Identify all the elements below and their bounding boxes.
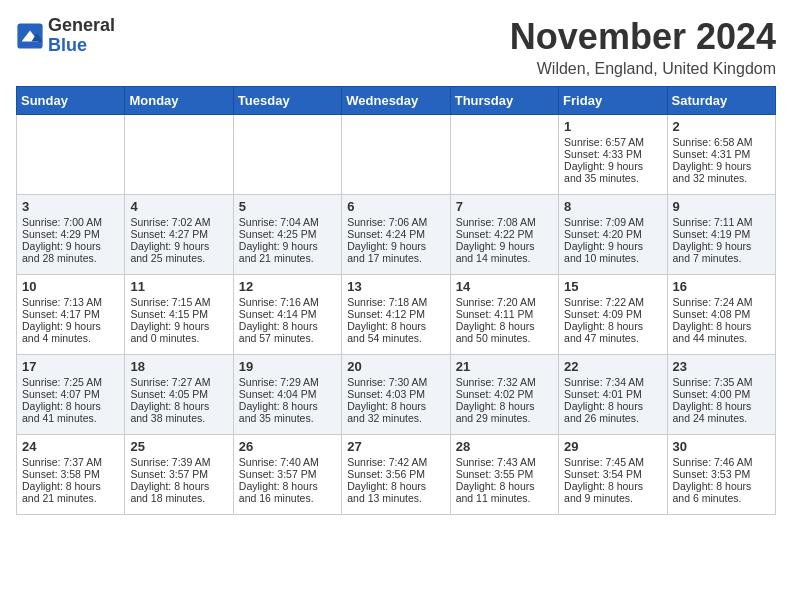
logo-general: General [48,15,115,35]
day-number: 9 [673,199,770,214]
day-info: and 9 minutes. [564,492,661,504]
day-number: 3 [22,199,119,214]
day-info: Sunrise: 7:16 AM [239,296,336,308]
day-info: Sunrise: 7:08 AM [456,216,553,228]
day-number: 14 [456,279,553,294]
day-info: Sunset: 4:05 PM [130,388,227,400]
day-number: 2 [673,119,770,134]
day-info: Sunset: 4:31 PM [673,148,770,160]
day-info: Sunset: 3:54 PM [564,468,661,480]
logo-icon [16,22,44,50]
day-number: 26 [239,439,336,454]
header: General Blue November 2024 Wilden, Engla… [16,16,776,78]
day-info: Daylight: 8 hours [347,320,444,332]
calendar-cell: 5Sunrise: 7:04 AMSunset: 4:25 PMDaylight… [233,195,341,275]
header-day-friday: Friday [559,87,667,115]
day-info: and 32 minutes. [347,412,444,424]
header-day-monday: Monday [125,87,233,115]
day-info: Daylight: 8 hours [564,320,661,332]
day-number: 23 [673,359,770,374]
day-info: Sunset: 4:22 PM [456,228,553,240]
day-info: Sunrise: 7:45 AM [564,456,661,468]
day-info: Sunrise: 7:25 AM [22,376,119,388]
day-info: and 32 minutes. [673,172,770,184]
day-info: Sunset: 4:33 PM [564,148,661,160]
day-info: Daylight: 8 hours [22,480,119,492]
header-day-sunday: Sunday [17,87,125,115]
calendar-cell: 25Sunrise: 7:39 AMSunset: 3:57 PMDayligh… [125,435,233,515]
day-info: Sunset: 4:29 PM [22,228,119,240]
day-info: Daylight: 8 hours [347,480,444,492]
day-info: Daylight: 9 hours [564,160,661,172]
day-info: Sunrise: 7:43 AM [456,456,553,468]
day-info: Daylight: 8 hours [673,480,770,492]
calendar-cell [17,115,125,195]
calendar-cell: 29Sunrise: 7:45 AMSunset: 3:54 PMDayligh… [559,435,667,515]
day-info: Sunrise: 7:40 AM [239,456,336,468]
calendar-cell: 30Sunrise: 7:46 AMSunset: 3:53 PMDayligh… [667,435,775,515]
day-number: 8 [564,199,661,214]
day-info: Daylight: 8 hours [456,400,553,412]
logo: General Blue [16,16,115,56]
day-info: and 41 minutes. [22,412,119,424]
day-number: 20 [347,359,444,374]
day-info: Sunrise: 7:22 AM [564,296,661,308]
day-info: Daylight: 8 hours [22,400,119,412]
day-info: Daylight: 9 hours [239,240,336,252]
day-info: Sunrise: 7:39 AM [130,456,227,468]
day-info: Sunset: 4:02 PM [456,388,553,400]
day-info: and 17 minutes. [347,252,444,264]
day-number: 15 [564,279,661,294]
day-info: Daylight: 9 hours [673,160,770,172]
calendar-cell [125,115,233,195]
day-info: and 47 minutes. [564,332,661,344]
calendar-cell: 17Sunrise: 7:25 AMSunset: 4:07 PMDayligh… [17,355,125,435]
day-number: 22 [564,359,661,374]
day-info: Sunset: 4:14 PM [239,308,336,320]
calendar-cell: 12Sunrise: 7:16 AMSunset: 4:14 PMDayligh… [233,275,341,355]
day-info: and 13 minutes. [347,492,444,504]
location: Wilden, England, United Kingdom [510,60,776,78]
day-info: and 14 minutes. [456,252,553,264]
day-info: Sunset: 4:01 PM [564,388,661,400]
day-info: Daylight: 8 hours [130,480,227,492]
day-number: 25 [130,439,227,454]
day-info: Sunrise: 7:00 AM [22,216,119,228]
calendar-cell: 1Sunrise: 6:57 AMSunset: 4:33 PMDaylight… [559,115,667,195]
day-info: Sunset: 4:04 PM [239,388,336,400]
day-number: 12 [239,279,336,294]
calendar-header: SundayMondayTuesdayWednesdayThursdayFrid… [17,87,776,115]
day-info: and 10 minutes. [564,252,661,264]
day-info: Daylight: 8 hours [673,400,770,412]
day-info: and 24 minutes. [673,412,770,424]
day-number: 5 [239,199,336,214]
day-info: Sunrise: 7:15 AM [130,296,227,308]
day-info: Sunrise: 7:42 AM [347,456,444,468]
day-info: Daylight: 9 hours [347,240,444,252]
calendar-cell [342,115,450,195]
day-info: and 0 minutes. [130,332,227,344]
day-info: and 11 minutes. [456,492,553,504]
day-info: Daylight: 8 hours [239,400,336,412]
day-number: 17 [22,359,119,374]
day-info: Daylight: 8 hours [456,480,553,492]
day-number: 30 [673,439,770,454]
logo-blue-text: Blue [48,35,87,55]
calendar-cell: 28Sunrise: 7:43 AMSunset: 3:55 PMDayligh… [450,435,558,515]
day-number: 28 [456,439,553,454]
day-info: Sunrise: 7:27 AM [130,376,227,388]
day-info: Sunrise: 7:30 AM [347,376,444,388]
day-info: Sunrise: 7:24 AM [673,296,770,308]
header-day-thursday: Thursday [450,87,558,115]
day-number: 27 [347,439,444,454]
day-info: and 38 minutes. [130,412,227,424]
calendar-cell: 14Sunrise: 7:20 AMSunset: 4:11 PMDayligh… [450,275,558,355]
day-info: Sunrise: 7:06 AM [347,216,444,228]
calendar-cell [450,115,558,195]
day-info: Sunset: 3:58 PM [22,468,119,480]
day-info: and 50 minutes. [456,332,553,344]
title-area: November 2024 Wilden, England, United Ki… [510,16,776,78]
day-info: Sunrise: 7:32 AM [456,376,553,388]
day-info: Sunrise: 6:57 AM [564,136,661,148]
calendar-cell: 27Sunrise: 7:42 AMSunset: 3:56 PMDayligh… [342,435,450,515]
